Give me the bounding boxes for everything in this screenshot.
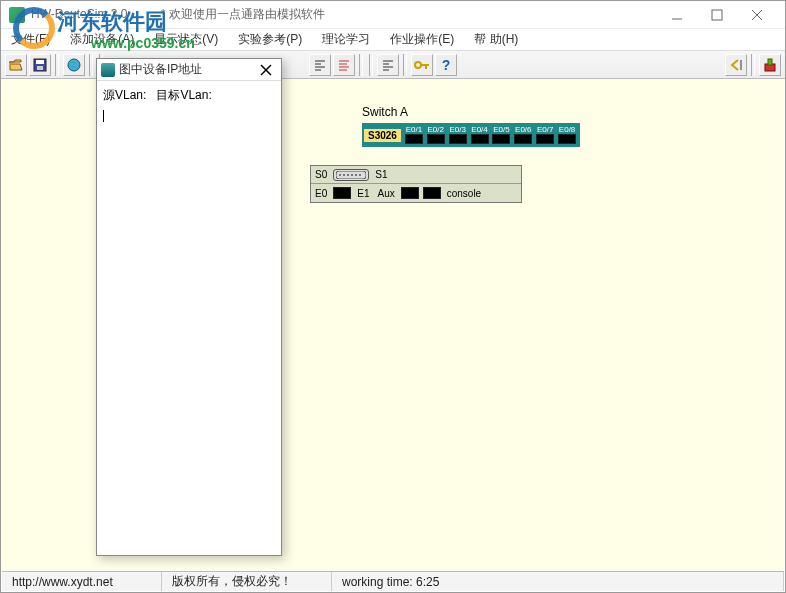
toolbar-sep: [55, 54, 59, 76]
svg-point-7: [68, 59, 80, 71]
align-left-button[interactable]: [309, 54, 331, 76]
menu-theory[interactable]: 理论学习: [318, 29, 374, 50]
status-time-value: 6:25: [416, 575, 439, 589]
status-url-cell: http://www.xydt.net: [2, 572, 162, 591]
svg-rect-25: [768, 59, 772, 65]
dialog-titlebar[interactable]: 图中设备IP地址: [97, 59, 281, 81]
router-aux-label: Aux: [373, 188, 398, 199]
port-label: E0/5: [493, 126, 509, 134]
menubar: 文件(F) 添加设备(A) 显示状态(V) 实验参考(P) 理论学习 作业操作(…: [1, 29, 785, 51]
status-time-cell: working time: 6:25: [332, 572, 784, 591]
ethernet-jack-icon[interactable]: [401, 187, 419, 199]
menu-help[interactable]: 帮 助(H): [470, 29, 522, 50]
toolbar-sep: [751, 54, 755, 76]
switch-body[interactable]: S3026 E0/1 E0/2 E0/3 E0/4 E0/5 E0/6 E0/7…: [362, 123, 580, 147]
open-button[interactable]: [5, 54, 27, 76]
app-icon: [9, 7, 25, 23]
ethernet-jack-icon[interactable]: [449, 134, 467, 144]
align-red-button[interactable]: [333, 54, 355, 76]
svg-rect-5: [36, 60, 44, 64]
save-button[interactable]: [29, 54, 51, 76]
dialog-icon: [101, 63, 115, 77]
svg-point-28: [343, 174, 345, 176]
help-button[interactable]: ?: [435, 54, 457, 76]
dialog-body[interactable]: 源VLan: 目标VLan:: [97, 81, 281, 555]
back-arrow-button[interactable]: [725, 54, 747, 76]
app-title-text: HW-RouteSim 3.0: [31, 7, 127, 21]
maximize-button[interactable]: [697, 2, 737, 28]
menu-homework[interactable]: 作业操作(E): [386, 29, 458, 50]
menu-show-state[interactable]: 显示状态(V): [150, 29, 222, 50]
ethernet-jack-icon[interactable]: [514, 134, 532, 144]
key-button[interactable]: [411, 54, 433, 76]
switch-port[interactable]: E0/6: [512, 126, 534, 144]
switch-port[interactable]: E0/4: [469, 126, 491, 144]
toolbar-sep: [403, 54, 407, 76]
router-s0-label: S0: [311, 169, 331, 180]
earth-button[interactable]: [63, 54, 85, 76]
status-time-label: working time:: [342, 575, 413, 589]
toolbar-sep: [369, 54, 373, 76]
status-url: http://www.xydt.net: [12, 575, 113, 589]
switch-model: S3026: [364, 129, 401, 142]
titlebar: HW-RouteSim 3.0 * 欢迎使用一点通路由模拟软件: [1, 1, 785, 29]
switch-device[interactable]: Switch A S3026 E0/1 E0/2 E0/3 E0/4 E0/5 …: [362, 105, 580, 147]
serial-port-icon[interactable]: [333, 169, 369, 181]
switch-port[interactable]: E0/5: [490, 126, 512, 144]
switch-port[interactable]: E0/2: [425, 126, 447, 144]
exit-button[interactable]: [759, 54, 781, 76]
svg-rect-1: [712, 10, 722, 20]
router-serial-row: S0 S1: [311, 166, 521, 184]
toolbar-sep: [359, 54, 363, 76]
port-label: E0/8: [559, 126, 575, 134]
question-icon: ?: [442, 57, 451, 73]
dialog-close-button[interactable]: [255, 64, 277, 76]
menu-exp-ref[interactable]: 实验参考(P): [234, 29, 306, 50]
ethernet-jack-icon[interactable]: [492, 134, 510, 144]
port-label: E0/6: [515, 126, 531, 134]
port-label: E0/2: [428, 126, 444, 134]
dialog-title: 图中设备IP地址: [119, 61, 255, 78]
router-device[interactable]: S0 S1 E0 E1 Aux console: [310, 165, 522, 203]
router-s1-label: S1: [371, 169, 391, 180]
ip-address-dialog[interactable]: 图中设备IP地址 源VLan: 目标VLan:: [96, 58, 282, 556]
menu-add-device[interactable]: 添加设备(A): [66, 29, 138, 50]
port-label: E0/1: [406, 126, 422, 134]
svg-point-32: [359, 174, 361, 176]
ethernet-jack-icon[interactable]: [405, 134, 423, 144]
ethernet-jack-icon[interactable]: [423, 187, 441, 199]
toolbar-sep: [89, 54, 93, 76]
status-copyright: 版权所有，侵权必究！: [172, 573, 292, 590]
router-e0-label: E0: [311, 188, 331, 199]
ethernet-jack-icon[interactable]: [427, 134, 445, 144]
switch-port[interactable]: E0/8: [556, 126, 578, 144]
switch-label: Switch A: [362, 105, 580, 119]
svg-point-31: [355, 174, 357, 176]
switch-port[interactable]: E0/3: [447, 126, 469, 144]
ethernet-jack-icon[interactable]: [558, 134, 576, 144]
dst-vlan-label: 目标VLan:: [156, 88, 211, 102]
close-button[interactable]: [737, 2, 777, 28]
router-eth-row: E0 E1 Aux console: [311, 184, 521, 202]
window-title: HW-RouteSim 3.0 * 欢迎使用一点通路由模拟软件: [31, 6, 657, 23]
svg-point-20: [415, 62, 421, 68]
svg-point-29: [347, 174, 349, 176]
ethernet-jack-icon[interactable]: [536, 134, 554, 144]
switch-port[interactable]: E0/7: [534, 126, 556, 144]
switch-port[interactable]: E0/1: [403, 126, 425, 144]
src-vlan-label: 源VLan:: [103, 88, 146, 102]
status-copy-cell: 版权所有，侵权必究！: [162, 572, 332, 591]
port-label: E0/7: [537, 126, 553, 134]
port-label: E0/3: [449, 126, 465, 134]
menu-file[interactable]: 文件(F): [7, 29, 54, 50]
router-console-label: console: [443, 188, 485, 199]
minimize-button[interactable]: [657, 2, 697, 28]
text-cursor: [103, 110, 104, 122]
svg-point-27: [339, 174, 341, 176]
svg-point-30: [351, 174, 353, 176]
ethernet-jack-icon[interactable]: [333, 187, 351, 199]
align-left2-button[interactable]: [377, 54, 399, 76]
dialog-vlan-line: 源VLan: 目标VLan:: [103, 87, 275, 104]
doc-title-text: * 欢迎使用一点通路由模拟软件: [161, 7, 325, 21]
ethernet-jack-icon[interactable]: [471, 134, 489, 144]
